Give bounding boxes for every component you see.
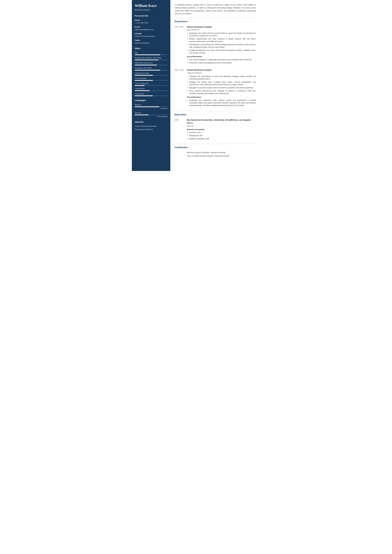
achievement-item: Developed and maintained sales analytics…	[189, 99, 256, 107]
skill-bar-bg	[135, 80, 168, 81]
skills-list: SQL Requirement elicitation (JAD, BRD) B…	[135, 51, 168, 96]
cert-spacer	[175, 151, 185, 154]
edu-coursework-list: Economics 106Management 180English Compo…	[187, 131, 256, 140]
language-item: Spanish Advanced	[135, 104, 168, 110]
exp-company: Xytras Media Inc.	[187, 28, 256, 31]
coursework-item: Management 180	[189, 134, 256, 137]
exp-company: LaBeouf & Wheaton	[187, 72, 256, 74]
twitter-value: twitter.com/williamk	[135, 42, 168, 44]
experience-entries: 2016 - 2017 Senior Business Analyst Xytr…	[175, 25, 256, 108]
skill-item: Communication	[135, 77, 168, 81]
exp-body: Senior Business Analyst Xytras Media Inc…	[187, 25, 256, 65]
bullet-item: Supported the development of sales and o…	[189, 75, 256, 80]
main-content: A motivated business analyst with 4+ yea…	[170, 0, 260, 171]
achievements-bullets: Developed and maintained sales analytics…	[187, 99, 256, 107]
bullet-item: Configured Salesforce and other CRM prod…	[189, 49, 256, 54]
cert-text: Level 3 Certified Business Analysis Prof…	[187, 155, 230, 157]
achievement-item: Led a team assigned to a $5M project tha…	[189, 58, 256, 61]
experience-heading: Experience	[175, 20, 256, 23]
skill-bar-bg	[135, 55, 168, 55]
skill-item: Time management	[135, 82, 168, 86]
achievements-bullets: Led a team assigned to a $5M project tha…	[187, 58, 256, 64]
skill-label: BRM/CRM (Salesforce)	[135, 62, 168, 64]
language-bar-bg	[135, 106, 168, 107]
twitter-field: Twitter twitter.com/williamk	[135, 39, 168, 44]
skill-label: Collaboration	[135, 87, 168, 90]
twitter-label: Twitter	[135, 39, 168, 42]
skill-label: SQL	[135, 51, 168, 54]
phone-value: +1-421-456-7878	[135, 22, 168, 24]
language-level: Conversational	[135, 115, 168, 118]
linkedin-value: linkedin.com/in/williamkaye	[135, 35, 168, 38]
skill-bar-bg	[135, 60, 168, 60]
education-entries: 2008 BA, Business Economics, University …	[175, 118, 256, 141]
skill-item: Proficient in MS Office	[135, 67, 168, 70]
coursework-item: English Composition 131B	[189, 138, 256, 140]
language-item: German Conversational	[135, 111, 168, 118]
skill-bar-fill	[135, 85, 145, 86]
skill-bar-fill	[135, 65, 157, 65]
edu-gpa: GPA: 3.9	[187, 125, 256, 127]
email-label: E-mail	[135, 26, 168, 28]
education-entry: 2008 BA, Business Economics, University …	[175, 118, 256, 141]
bullet-item: Managed 5 concurrent projects and drove …	[189, 86, 256, 89]
skill-bar-fill	[135, 96, 153, 96]
edu-body: BA, Business Economics, University of Ca…	[187, 118, 256, 141]
skill-bar-bg	[135, 90, 168, 91]
skill-bar-fill	[135, 90, 149, 91]
resume-container: William Kaye Business Analyst Personal I…	[132, 0, 260, 171]
skill-bar-bg	[135, 85, 168, 86]
email-field: E-mail william.kaye@gmail.com	[135, 26, 168, 31]
bullet-item: Engaged and worked with 3 aligned teams …	[189, 81, 256, 86]
interests-heading: Interests	[135, 120, 168, 124]
skill-label: Time management	[135, 82, 168, 85]
bullet-item: Developed user stories and to-be process…	[189, 32, 256, 37]
skill-bar-fill	[135, 55, 160, 55]
linkedin-label: LinkedIn	[135, 32, 168, 35]
certificate-entry: Level 3 Certified Business Analysis Prof…	[175, 155, 256, 157]
exp-job-title: Senior Business Analyst	[187, 25, 256, 29]
interest-item: Running half-marathons	[135, 128, 168, 131]
language-name: Spanish	[135, 104, 168, 106]
experience-entry: 2016 - 2017 Senior Business Analyst Xytr…	[175, 25, 256, 65]
bullet-item: Participated in key meetings with client…	[189, 43, 256, 48]
skill-bar-bg	[135, 75, 168, 76]
skill-item: Organization	[135, 92, 168, 96]
exp-body: Junior Business Analyst LaBeouf & Wheato…	[187, 68, 256, 108]
skill-bar-fill	[135, 70, 160, 70]
sidebar: William Kaye Business Analyst Personal I…	[132, 0, 170, 171]
summary-text: A motivated business analyst with 4+ yea…	[175, 3, 256, 15]
certificates-heading: Certificates	[175, 145, 256, 149]
bullet-item: Drove process improvement and managed al…	[189, 90, 256, 95]
cert-spacer	[175, 155, 185, 157]
skill-bar-bg	[135, 70, 168, 70]
skill-label: Requirement elicitation (JAD, BRD)	[135, 56, 168, 59]
linkedin-field: LinkedIn linkedin.com/in/williamkaye	[135, 32, 168, 38]
key-achievements-label: Key achievements:	[187, 55, 256, 58]
edu-coursework-label: Relevant coursework:	[187, 128, 256, 131]
interest-item: Genchi Genbutsu philosophy	[135, 125, 168, 127]
edu-date: 2008	[175, 118, 185, 141]
coursework-item: Economics 106	[189, 131, 256, 134]
skill-bar-bg	[135, 96, 168, 96]
experience-entry: 2014 - 2016 Junior Business Analyst LaBe…	[175, 68, 256, 108]
certificate-entry: Business Analytics Certificate—Stanford …	[175, 151, 256, 154]
interests-list: Genchi Genbutsu philosophyRunning half-m…	[135, 125, 168, 131]
skill-label: Communication	[135, 77, 168, 80]
key-achievements-label: Key achievement:	[187, 96, 256, 98]
languages-heading: Languages	[135, 99, 168, 102]
education-heading: Education	[175, 113, 256, 117]
skill-item: BRM/CRM (Salesforce)	[135, 62, 168, 65]
skill-item: Collaboration	[135, 87, 168, 91]
cert-text: Business Analytics Certificate—Stanford …	[187, 151, 225, 154]
personal-info-fields: Phone +1-421-456-7878 E-mail william.kay…	[135, 19, 168, 44]
exp-bullets: Supported the development of sales and o…	[187, 75, 256, 95]
skill-label: Interpersonal skills	[135, 72, 168, 75]
language-bar-fill	[135, 115, 148, 115]
skills-heading: Skills	[135, 47, 168, 50]
skill-bar-fill	[135, 60, 158, 60]
personal-info-heading: Personal Info	[135, 14, 168, 18]
skill-item: Requirement elicitation (JAD, BRD)	[135, 56, 168, 60]
exp-job-title: Junior Business Analyst	[187, 68, 256, 72]
skill-item: Interpersonal skills	[135, 72, 168, 76]
